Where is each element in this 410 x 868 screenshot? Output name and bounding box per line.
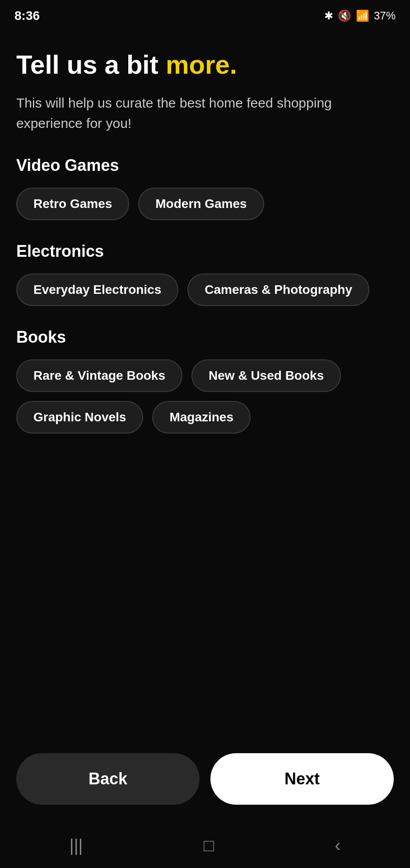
tags-video-games: Retro Games Modern Games xyxy=(16,188,394,220)
tag-new-used-books[interactable]: New & Used Books xyxy=(191,359,341,392)
heading-highlight: more. xyxy=(166,50,237,79)
bottom-actions: Back Next xyxy=(0,740,410,823)
subtitle-text: This will help us curate the best home f… xyxy=(16,93,394,133)
nav-back-icon[interactable]: ‹ xyxy=(335,836,341,855)
status-bar: 8:36 ✱ 🔇 📶 37% xyxy=(0,0,410,32)
section-books: Books Rare & Vintage Books New & Used Bo… xyxy=(16,328,394,434)
tag-rare-vintage-books[interactable]: Rare & Vintage Books xyxy=(16,359,182,392)
tag-retro-games[interactable]: Retro Games xyxy=(16,188,129,220)
main-content: Tell us a bit more. This will help us cu… xyxy=(0,32,410,740)
section-electronics: Electronics Everyday Electronics Cameras… xyxy=(16,242,394,306)
tag-everyday-electronics[interactable]: Everyday Electronics xyxy=(16,274,178,306)
tag-magazines[interactable]: Magazines xyxy=(152,401,251,434)
section-title-video-games: Video Games xyxy=(16,156,394,175)
nav-home-icon[interactable]: □ xyxy=(204,836,214,855)
bluetooth-icon: ✱ xyxy=(324,9,333,22)
battery-indicator: 37% xyxy=(374,9,396,22)
tag-graphic-novels[interactable]: Graphic Novels xyxy=(16,401,143,434)
tag-cameras-photography[interactable]: Cameras & Photography xyxy=(187,274,369,306)
mute-icon: 🔇 xyxy=(338,9,351,22)
next-button[interactable]: Next xyxy=(210,753,394,805)
section-title-electronics: Electronics xyxy=(16,242,394,261)
main-heading: Tell us a bit more. xyxy=(16,50,394,80)
tag-modern-games[interactable]: Modern Games xyxy=(138,188,264,220)
wifi-icon: 📶 xyxy=(356,9,369,22)
heading-prefix: Tell us a bit xyxy=(16,50,166,79)
section-video-games: Video Games Retro Games Modern Games xyxy=(16,156,394,220)
tags-electronics: Everyday Electronics Cameras & Photograp… xyxy=(16,274,394,306)
status-time: 8:36 xyxy=(14,9,40,23)
tags-books: Rare & Vintage Books New & Used Books Gr… xyxy=(16,359,394,434)
back-button[interactable]: Back xyxy=(16,753,200,805)
nav-bar: ||| □ ‹ xyxy=(0,823,410,868)
nav-recent-apps-icon[interactable]: ||| xyxy=(70,836,83,855)
section-title-books: Books xyxy=(16,328,394,347)
status-icons: ✱ 🔇 📶 37% xyxy=(324,9,396,22)
